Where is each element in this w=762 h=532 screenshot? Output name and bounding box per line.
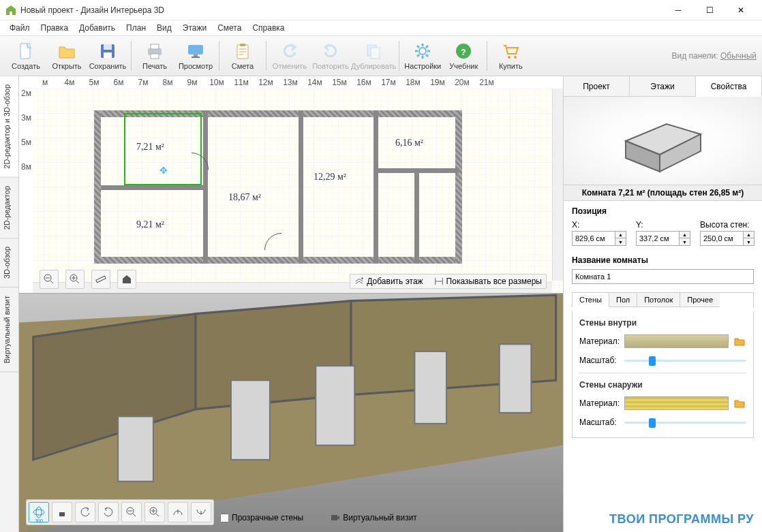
room-name-label: Название комнаты — [572, 255, 754, 265]
maximize-button[interactable]: ☐ — [694, 0, 725, 20]
room-label: 12,29 м² — [312, 172, 348, 183]
measure-button[interactable] — [91, 270, 110, 289]
vtab-2d-3d[interactable]: 2D-редактор и 3D-обзор — [0, 76, 18, 178]
subtab-floor[interactable]: Пол — [609, 293, 637, 307]
pan-button[interactable] — [52, 502, 72, 522]
scale-slider-in[interactable] — [624, 355, 746, 366]
vtab-virtual[interactable]: Виртуальный визит — [0, 287, 18, 373]
room-label: 6,16 м² — [394, 138, 425, 148]
open-button[interactable]: Открыть — [46, 37, 87, 75]
add-floor-button[interactable]: Добавить этаж — [354, 277, 423, 286]
material-swatch-out[interactable] — [624, 396, 729, 410]
browse-material-in[interactable] — [733, 335, 746, 347]
rotate-left-button[interactable] — [75, 502, 95, 522]
duplicate-button[interactable]: Дублировать — [351, 37, 396, 75]
menu-estimate[interactable]: Смета — [212, 22, 247, 34]
create-button[interactable]: Создать — [5, 37, 46, 75]
undo-icon — [280, 42, 299, 61]
floorplan[interactable]: ✥ 7,21 м² 6,16 м² 12,29 м² 18,67 м² 9,21… — [94, 110, 462, 264]
svg-point-31 — [33, 510, 44, 515]
svg-rect-26 — [118, 416, 153, 481]
tutorial-button[interactable]: ?Учебник — [443, 37, 484, 75]
menu-add[interactable]: Добавить — [74, 22, 121, 34]
tilt-up-button[interactable] — [168, 502, 188, 522]
material-swatch-in[interactable] — [624, 334, 729, 348]
subtab-other[interactable]: Прочее — [680, 293, 720, 307]
svg-rect-28 — [316, 366, 354, 445]
menu-plan[interactable]: План — [121, 22, 151, 34]
doc-icon — [16, 42, 35, 61]
estimate-button[interactable]: Смета — [222, 37, 263, 75]
print-icon — [145, 42, 164, 61]
plan-area[interactable]: 2м3м5м8м ✥ 7,21 м² 6,16 м² — [19, 89, 563, 293]
redo-icon — [321, 42, 340, 61]
view-toolbar: 360 — [26, 499, 214, 525]
menu-floors[interactable]: Этажи — [177, 22, 212, 34]
home-button[interactable] — [117, 270, 136, 289]
svg-rect-11 — [240, 44, 245, 46]
material-label: Материал: — [579, 337, 620, 346]
menu-view[interactable]: Вид — [151, 22, 177, 34]
left-tabs: 2D-редактор и 3D-обзор 2D-редактор 3D-об… — [0, 76, 19, 532]
menu-help[interactable]: Справка — [247, 22, 290, 34]
svg-rect-35 — [331, 515, 337, 520]
3d-view[interactable]: 360 Прозрачные стены Виртуальный визит — [19, 293, 563, 532]
browse-material-out[interactable] — [733, 397, 746, 409]
svg-rect-5 — [151, 44, 159, 49]
folder-icon — [57, 42, 76, 61]
room-name-input[interactable] — [572, 269, 754, 284]
wall-height-input[interactable]: ▲▼ — [700, 231, 755, 246]
svg-text:?: ? — [461, 48, 466, 57]
room-preview — [564, 97, 762, 185]
room-label: 18,67 м² — [227, 192, 262, 203]
subtab-walls[interactable]: Стены — [573, 293, 609, 307]
show-dims-button[interactable]: Показывать все размеры — [434, 277, 542, 286]
x-input[interactable]: ▲▼ — [572, 231, 626, 246]
close-button[interactable]: ✕ — [725, 0, 757, 20]
rotate-right-button[interactable] — [98, 502, 119, 522]
svg-rect-13 — [371, 48, 380, 59]
tab-project[interactable]: Проект — [564, 76, 630, 96]
virtual-visit-button[interactable]: Виртуальный визит — [331, 513, 417, 522]
save-button[interactable]: Сохранить — [87, 37, 128, 75]
menu-edit[interactable]: Правка — [35, 22, 74, 34]
room-label: 9,21 м² — [135, 219, 166, 230]
undo-button[interactable]: Отменить — [269, 37, 310, 75]
room-label: 7,21 м² — [135, 142, 166, 153]
svg-rect-29 — [414, 351, 446, 424]
scrollbar-v[interactable] — [552, 89, 563, 281]
svg-rect-30 — [500, 344, 532, 413]
titlebar: Новый проект - Дизайн Интерьера 3D ─ ☐ ✕ — [0, 0, 762, 20]
room-caption: Комната 7,21 м² (площадь стен 26,85 м²) — [564, 185, 762, 201]
walls-outside-header: Стены снаружи — [579, 380, 746, 390]
zoom-in-button[interactable] — [65, 270, 85, 289]
zoom-in-3d-button[interactable] — [144, 502, 165, 522]
panel-mode[interactable]: Вид панели: Обычный — [671, 51, 757, 61]
menubar: Файл Правка Добавить План Вид Этажи Смет… — [0, 20, 762, 35]
orbit-button[interactable]: 360 — [29, 502, 49, 522]
walls-inside-header: Стены внутри — [579, 318, 746, 328]
menu-file[interactable]: Файл — [4, 22, 35, 34]
tab-properties[interactable]: Свойства — [696, 76, 762, 97]
svg-point-14 — [419, 48, 426, 54]
svg-rect-8 — [194, 54, 198, 57]
position-label: Позиция — [572, 206, 754, 216]
subtab-ceiling[interactable]: Потолок — [637, 293, 680, 307]
y-input[interactable]: ▲▼ — [636, 231, 690, 246]
svg-rect-21 — [96, 276, 106, 283]
scale-slider-out[interactable] — [624, 417, 746, 428]
buy-button[interactable]: Купить — [490, 37, 531, 75]
vtab-2d[interactable]: 2D-редактор — [0, 178, 18, 238]
print-button[interactable]: Печать — [134, 37, 175, 75]
transparent-walls-checkbox[interactable]: Прозрачные стены — [220, 513, 303, 522]
tab-floors[interactable]: Этажи — [630, 76, 696, 96]
redo-button[interactable]: Повторить — [310, 37, 351, 75]
zoom-out-3d-button[interactable] — [121, 502, 142, 522]
settings-button[interactable]: Настройки — [402, 37, 443, 75]
svg-point-18 — [514, 56, 517, 59]
tilt-down-button[interactable] — [191, 502, 211, 522]
zoom-out-button[interactable] — [40, 270, 59, 289]
minimize-button[interactable]: ─ — [662, 0, 694, 20]
vtab-3d[interactable]: 3D-обзор — [0, 238, 18, 287]
preview-button[interactable]: Просмотр — [175, 37, 216, 75]
